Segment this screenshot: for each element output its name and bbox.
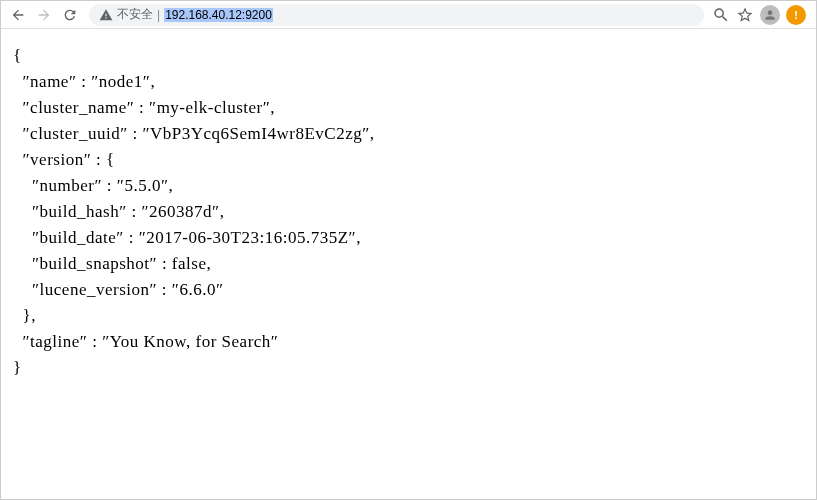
zoom-button[interactable]: [712, 6, 730, 24]
reload-button[interactable]: [59, 4, 81, 26]
zoom-icon: [712, 6, 730, 24]
json-key: version: [30, 150, 84, 169]
json-key: build_hash: [40, 202, 120, 221]
address-input[interactable]: 不安全 | 192.168.40.12:9200: [89, 4, 704, 26]
json-value: false: [172, 254, 207, 273]
bell-icon: !: [794, 9, 798, 21]
reload-icon: [62, 7, 78, 23]
forward-button[interactable]: [33, 4, 55, 26]
arrow-right-icon: [36, 7, 52, 23]
profile-avatar[interactable]: [760, 5, 780, 25]
json-key: tagline: [30, 332, 80, 351]
separator: |: [157, 8, 160, 22]
toolbar-right: !: [712, 5, 810, 25]
json-value: 260387d: [149, 202, 212, 221]
json-value: 2017-06-30T23:16:05.735Z: [146, 228, 348, 247]
json-key: build_snapshot: [40, 254, 150, 273]
json-key: cluster_name: [30, 98, 127, 117]
json-value: my-elk-cluster: [157, 98, 263, 117]
bookmark-button[interactable]: [736, 6, 754, 24]
json-value: VbP3Ycq6SemI4wr8EvC2zg: [150, 124, 362, 143]
json-value: 6.6.0: [179, 280, 216, 299]
json-key: build_date: [40, 228, 117, 247]
response-body: { ″name″ : ″node1″, ″cluster_name″ : ″my…: [1, 29, 816, 395]
json-value: You Know, for Search: [110, 332, 271, 351]
arrow-left-icon: [10, 7, 26, 23]
url-text: 192.168.40.12:9200: [164, 8, 273, 22]
notification-badge[interactable]: !: [786, 5, 806, 25]
json-key: name: [30, 72, 69, 91]
json-value: 5.5.0: [124, 176, 161, 195]
json-value: node1: [99, 72, 143, 91]
browser-toolbar: 不安全 | 192.168.40.12:9200 !: [1, 1, 816, 29]
security-label: 不安全: [117, 6, 153, 23]
star-icon: [736, 6, 754, 24]
person-icon: [763, 8, 777, 22]
json-key: number: [40, 176, 95, 195]
back-button[interactable]: [7, 4, 29, 26]
warning-icon: [99, 8, 113, 22]
json-key: lucene_version: [40, 280, 150, 299]
json-key: cluster_uuid: [30, 124, 120, 143]
